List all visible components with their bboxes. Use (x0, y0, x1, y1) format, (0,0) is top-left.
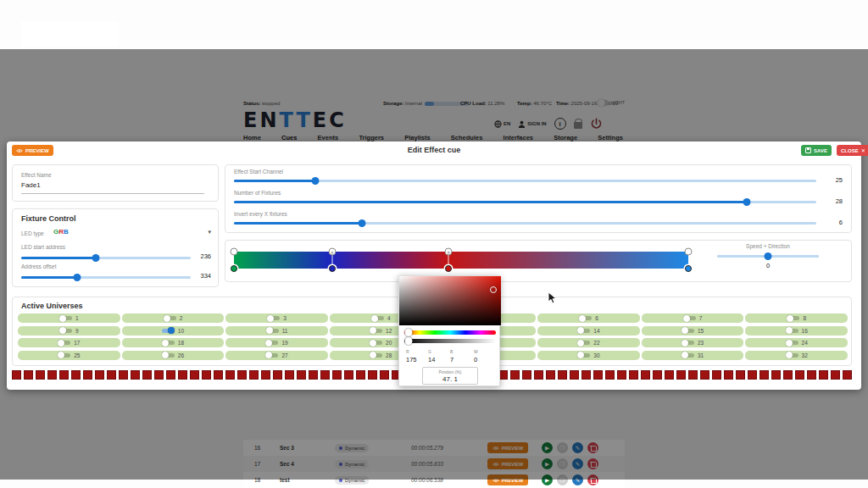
universe-toggle-32[interactable]: 32 (745, 351, 848, 360)
color-swatch[interactable] (166, 370, 175, 380)
channel-value[interactable]: 175 (406, 356, 426, 363)
channel-slider[interactable] (234, 180, 816, 182)
saturation-cursor[interactable] (490, 286, 497, 293)
universe-toggle-2[interactable]: 2 (122, 313, 225, 323)
color-swatch[interactable] (131, 370, 140, 380)
color-swatch[interactable] (237, 370, 247, 380)
color-swatch[interactable] (736, 370, 745, 380)
color-gradient-bar[interactable]: ✕✕ (234, 252, 688, 269)
color-swatch[interactable] (119, 370, 128, 380)
color-swatch[interactable] (225, 370, 235, 380)
close-button[interactable]: CLOSE ✕ (837, 145, 868, 156)
color-swatch[interactable] (332, 370, 342, 380)
color-swatch[interactable] (285, 370, 294, 380)
universe-toggle-3[interactable]: 3 (225, 313, 328, 323)
gradient-marker-color-dot[interactable] (231, 265, 237, 272)
universe-toggle-31[interactable]: 31 (642, 351, 744, 360)
color-swatch[interactable] (344, 370, 353, 380)
color-swatch[interactable] (24, 370, 33, 380)
color-swatch[interactable] (12, 370, 21, 380)
universe-toggle-11[interactable]: 11 (225, 326, 328, 336)
color-swatch[interactable] (558, 370, 567, 380)
color-swatch[interactable] (356, 370, 365, 380)
universe-toggle-22[interactable]: 22 (537, 338, 640, 347)
color-swatch[interactable] (297, 370, 306, 380)
led-type-select[interactable]: GRB (53, 228, 69, 236)
universe-toggle-14[interactable]: 14 (537, 326, 640, 336)
color-swatch[interactable] (309, 370, 318, 380)
gradient-marker-handle[interactable]: ✕ (328, 248, 336, 256)
color-swatch[interactable] (380, 370, 389, 380)
channel-value[interactable]: 7 (450, 356, 470, 363)
channel-value[interactable]: 0 (474, 356, 494, 363)
color-swatch[interactable] (36, 370, 45, 380)
slider-thumb[interactable] (312, 177, 320, 185)
position-field[interactable]: Position (%) 47. 1 (422, 367, 478, 385)
universe-toggle-6[interactable]: 6 (537, 313, 640, 323)
color-swatch[interactable] (178, 370, 187, 380)
color-swatch[interactable] (261, 370, 270, 380)
color-swatch[interactable] (95, 370, 104, 380)
gradient-marker-color-dot[interactable] (685, 265, 692, 272)
channel-slider[interactable] (234, 201, 816, 203)
color-swatch[interactable] (202, 370, 211, 380)
slider-thumb[interactable] (359, 219, 366, 227)
chevron-down-icon[interactable]: ▾ (208, 229, 211, 236)
color-swatch[interactable] (71, 370, 81, 380)
universe-toggle-30[interactable]: 30 (537, 351, 640, 360)
color-swatch[interactable] (593, 370, 603, 380)
color-swatch[interactable] (249, 370, 259, 380)
speed-slider[interactable] (717, 255, 819, 258)
color-swatch[interactable] (665, 370, 674, 380)
universe-toggle-16[interactable]: 16 (745, 326, 848, 336)
color-swatch[interactable] (154, 370, 164, 380)
color-swatch[interactable] (605, 370, 615, 380)
fixture-slider[interactable] (21, 276, 191, 279)
slider-thumb[interactable] (92, 254, 100, 262)
universe-toggle-27[interactable]: 27 (225, 351, 328, 360)
color-swatch[interactable] (83, 370, 92, 380)
color-swatch[interactable] (676, 370, 686, 380)
universe-toggle-1[interactable]: 1 (18, 313, 120, 323)
universe-toggle-9[interactable]: 9 (18, 326, 120, 336)
color-swatch[interactable] (534, 370, 543, 380)
color-swatch[interactable] (771, 370, 781, 380)
gradient-marker-handle[interactable] (231, 248, 238, 256)
color-swatch[interactable] (570, 370, 579, 380)
gradient-marker-handle[interactable]: ✕ (444, 248, 452, 256)
color-swatch[interactable] (107, 370, 116, 380)
color-swatch[interactable] (320, 370, 330, 380)
channel-slider[interactable] (234, 222, 816, 225)
color-swatch[interactable] (142, 370, 152, 380)
color-swatch[interactable] (760, 370, 769, 380)
color-swatch[interactable] (522, 370, 531, 380)
effect-name-input[interactable]: Fade1 (21, 181, 41, 189)
universe-toggle-24[interactable]: 24 (745, 338, 848, 347)
slider-thumb[interactable] (74, 274, 81, 281)
hue-thumb[interactable] (405, 329, 413, 336)
color-swatch[interactable] (629, 370, 638, 380)
color-swatch[interactable] (712, 370, 721, 380)
universe-toggle-19[interactable]: 19 (225, 338, 328, 347)
universe-toggle-23[interactable]: 23 (642, 338, 744, 347)
color-swatch[interactable] (700, 370, 709, 380)
color-swatch[interactable] (59, 370, 69, 380)
color-swatch[interactable] (807, 370, 816, 380)
color-swatch[interactable] (641, 370, 650, 380)
white-slider[interactable] (404, 339, 496, 343)
gradient-marker-color-dot[interactable] (445, 265, 452, 272)
color-swatch[interactable] (368, 370, 377, 380)
color-swatch[interactable] (795, 370, 804, 380)
universe-toggle-8[interactable]: 8 (745, 313, 848, 323)
color-swatch[interactable] (581, 370, 591, 380)
color-swatch[interactable] (546, 370, 555, 380)
color-swatch[interactable] (783, 370, 793, 380)
color-swatch[interactable] (214, 370, 223, 380)
universe-toggle-17[interactable]: 17 (18, 338, 120, 347)
color-swatch[interactable] (688, 370, 698, 380)
saturation-square[interactable] (399, 276, 501, 325)
speed-direction-slider[interactable] (717, 255, 819, 258)
color-swatch[interactable] (843, 370, 852, 380)
channel-value[interactable]: 14 (428, 356, 448, 363)
universe-toggle-26[interactable]: 26 (122, 351, 225, 360)
